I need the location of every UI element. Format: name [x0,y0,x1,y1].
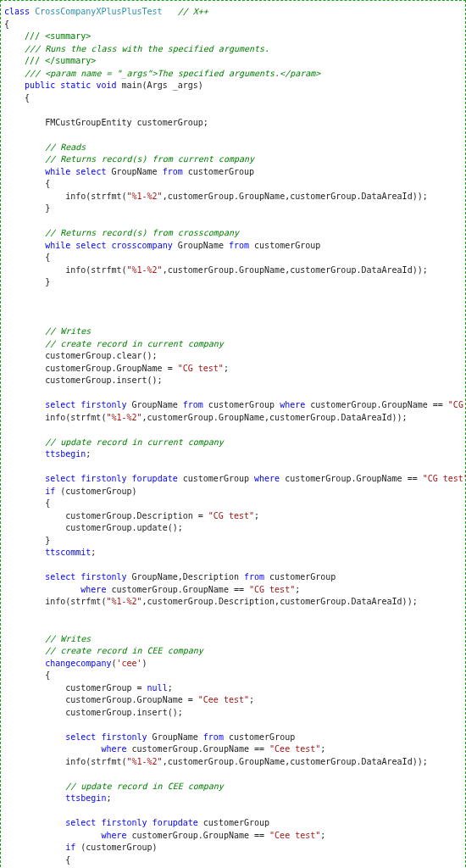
kw-public: public [25,81,55,90]
code-text: customerGroup [198,818,269,827]
code-text: customerGroup [224,732,295,742]
code-text: ; [249,695,254,704]
code-text: customerGroup.GroupName == [305,400,448,409]
comment-update: // update record in current company [4,437,224,447]
comment-cee: // create record in CEE company [4,646,203,655]
kw-ttsbegin: ttsbegin [65,793,106,803]
code-text: ; [254,511,259,520]
kw-void: void [96,81,116,90]
brace: } [45,203,50,213]
comment-xc: // Returns record(s) from crosscompany [4,228,239,237]
code-text: customerGroup.GroupName = [4,364,178,373]
comment-reads: // Reads [4,142,86,152]
string-literal: "%1-%2" [127,192,163,201]
code-text: customerGroup.GroupName == [280,474,423,483]
class-name: CrossCompanyXPlusPlusTest [30,7,163,16]
string-literal: "%1-%2" [106,413,141,422]
xml-param: /// <param name = "_args">The specified … [25,69,320,78]
kw-while: while [45,167,70,176]
code-text: customerGroup [264,572,336,581]
kw-changecompany: changecompany [45,659,111,668]
code-text: ,customerGroup.GroupName,customerGroup.D… [142,413,408,422]
brace: { [45,498,50,508]
kw-ttscommit: ttscommit [45,548,91,557]
decl-customergroup: FMCustGroupEntity customerGroup; [4,118,208,127]
code-text: GroupName [132,400,183,409]
kw-firstonly: firstonly [75,474,131,483]
kw-select: select [45,400,75,409]
kw-static: static [55,81,96,90]
code-text: ,customerGroup.GroupName,customerGroup.D… [163,265,428,275]
string-literal: "%1-%2" [106,597,141,606]
keyword-class: class [4,7,30,16]
xml-summary-end: /// </summary> [25,56,96,65]
kw-ttsbegin: ttsbegin [45,449,86,459]
kw-forupdate: forupdate [153,818,198,827]
comment-writes2: // Writes [4,634,91,643]
code-text: info(strfmt( [4,757,127,766]
kw-from: from [183,400,203,409]
brace: } [45,536,50,545]
string-literal: "%1-%2" [127,757,163,766]
kw-firstonly: firstonly [96,732,152,742]
kw-if: if [65,843,75,852]
kw-firstonly: firstonly [96,818,152,827]
string-literal: "%1-%2" [127,265,163,275]
code-text: customerGroup [178,474,254,483]
kw-crosscompany: crosscompany [111,241,177,250]
kw-select: select [45,474,75,483]
semicolon: ; [106,793,111,803]
kw-where: where [101,744,126,754]
code-text: (customerGroup) [75,843,157,852]
kw-forupdate: forupdate [132,474,178,483]
kw-firstonly: firstonly [75,400,131,409]
code-text: ; [320,744,325,754]
code-text: ; [320,831,325,840]
kw-where: where [280,400,305,409]
code-text: customerGroup.insert(); [4,708,183,717]
comment-update-cee: // update record in CEE company [4,782,224,791]
code-text: ,customerGroup.Description,customerGroup… [142,597,418,606]
code-block: class CrossCompanyXPlusPlusTest // X++ {… [0,0,466,868]
string-literal: "CG test" [178,364,224,373]
kw-where: where [254,474,280,483]
xml-summary: /// <summary> [25,31,91,41]
kw-if: if [45,487,55,496]
code-text: info(strfmt( [4,265,127,275]
code-text: customerGroup.update(); [4,523,183,532]
xml-summary-text: /// Runs the class with the specified ar… [25,44,269,53]
comment-writes: // Writes [4,326,91,336]
string-literal: "CG test" [448,400,466,409]
code-text: info(strfmt( [4,597,106,606]
string-literal: "CG test" [423,474,466,483]
comment-writes-sub: // create record in current company [4,339,224,348]
kw-select: select [65,818,96,827]
code-text: customerGroup.insert(); [4,376,163,385]
code-text: customerGroup [203,400,280,409]
code-text: customerGroup.Description = [4,511,208,520]
kw-where: where [101,831,126,840]
string-literal: "CG test" [208,511,254,520]
brace: { [25,93,30,103]
code-text: (customerGroup) [55,487,136,496]
code-text: customerGroup = [4,683,147,693]
kw-from: from [203,732,224,742]
code-text: info(strfmt( [4,192,127,201]
code-text: ,customerGroup.GroupName,customerGroup.D… [163,757,428,766]
code-text: customerGroup.GroupName = [4,695,198,704]
semicolon: ; [86,449,91,459]
kw-where: where [80,585,106,594]
kw-firstonly: firstonly [75,572,131,581]
code-text: customerGroup [249,241,320,250]
brace: { [45,179,50,188]
code-text: info(strfmt( [4,413,106,422]
string-literal: "Cee test" [269,831,320,840]
string-literal: "CG test" [249,585,295,594]
kw-select: select [45,572,75,581]
code-text: GroupName [153,732,203,742]
main-sig: main(Args _args) [116,81,202,90]
kw-select: select [70,167,111,176]
comment-reads-sub: // Returns record(s) from current compan… [4,154,254,164]
code-text: GroupName [178,241,229,250]
code-text: ; [295,585,300,594]
